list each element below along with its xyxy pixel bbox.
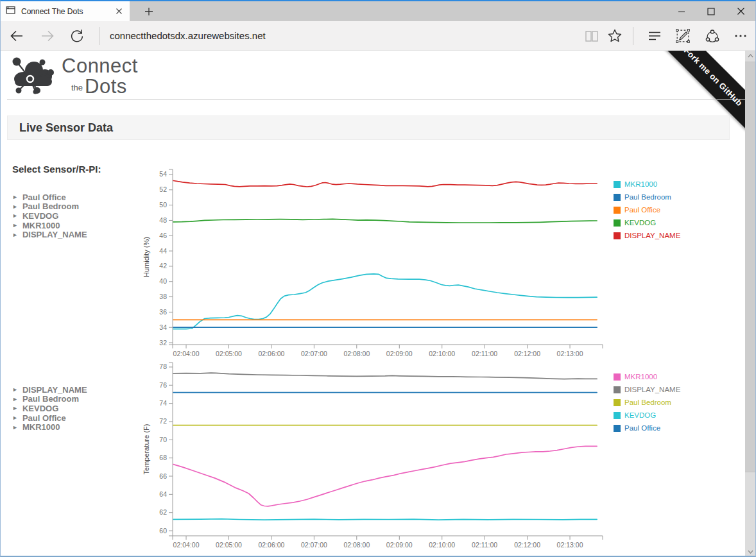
sensor-list-top: ►Paul Office►Paul Bedroom►KEVDOG►MKR1000… bbox=[12, 193, 87, 239]
browser-window: Connect The Dots bbox=[0, 0, 756, 557]
minimize-icon[interactable] bbox=[667, 1, 696, 21]
svg-text:02:10:00: 02:10:00 bbox=[429, 541, 455, 549]
sensor-item[interactable]: ►DISPLAY_NAME bbox=[12, 385, 87, 395]
humidity-chart: 32343638404244464850525402:04:0002:05:00… bbox=[141, 164, 615, 358]
web-note-pencil-icon[interactable] bbox=[674, 28, 691, 44]
sensor-item[interactable]: ►Paul Office bbox=[12, 413, 87, 423]
svg-text:54: 54 bbox=[159, 170, 167, 178]
svg-text:74: 74 bbox=[159, 399, 167, 407]
share-icon[interactable] bbox=[704, 28, 721, 44]
svg-text:66: 66 bbox=[159, 472, 167, 480]
close-tab-icon[interactable] bbox=[113, 6, 125, 17]
svg-text:Temperature (F): Temperature (F) bbox=[142, 424, 150, 475]
legend-item: KEVDOG bbox=[614, 409, 680, 422]
svg-text:02:09:00: 02:09:00 bbox=[386, 541, 413, 549]
more-ellipsis-icon[interactable] bbox=[732, 28, 749, 44]
svg-text:02:12:00: 02:12:00 bbox=[514, 541, 540, 549]
legend-swatch bbox=[614, 194, 621, 201]
svg-text:40: 40 bbox=[159, 277, 167, 285]
legend-swatch bbox=[614, 181, 621, 188]
favorites-star-icon[interactable] bbox=[606, 28, 623, 44]
svg-text:02:06:00: 02:06:00 bbox=[258, 541, 284, 549]
legend-item: MKR1000 bbox=[614, 370, 680, 383]
svg-text:50: 50 bbox=[159, 201, 167, 209]
legend-label: Paul Office bbox=[624, 206, 660, 214]
svg-text:52: 52 bbox=[159, 185, 167, 193]
svg-text:02:07:00: 02:07:00 bbox=[301, 541, 327, 549]
sensor-item-label: KEVDOG bbox=[22, 211, 58, 221]
expand-arrow-icon[interactable]: ► bbox=[12, 405, 18, 411]
legend-swatch bbox=[614, 219, 621, 227]
svg-text:76: 76 bbox=[159, 381, 167, 389]
back-icon[interactable] bbox=[8, 28, 25, 44]
svg-text:38: 38 bbox=[159, 293, 167, 300]
expand-arrow-icon[interactable]: ► bbox=[12, 386, 18, 393]
cloud-network-logo-icon bbox=[8, 53, 62, 98]
expand-arrow-icon[interactable]: ► bbox=[12, 232, 18, 238]
sensor-list-bottom: ►DISPLAY_NAME►Paul Bedroom►KEVDOG►Paul O… bbox=[12, 385, 87, 432]
sensor-item[interactable]: ►Paul Bedroom bbox=[12, 395, 87, 404]
expand-arrow-icon[interactable]: ► bbox=[12, 194, 18, 200]
tab-bar: Connect The Dots bbox=[1, 1, 755, 21]
legend-label: KEVDOG bbox=[624, 219, 656, 227]
svg-text:02:05:00: 02:05:00 bbox=[216, 350, 242, 357]
sensor-item[interactable]: ►Paul Office bbox=[12, 193, 87, 202]
legend-label: Paul Office bbox=[624, 424, 660, 432]
legend-swatch bbox=[614, 399, 621, 406]
new-tab-button[interactable] bbox=[138, 1, 160, 21]
logo-text-the: the bbox=[71, 83, 83, 92]
refresh-icon[interactable] bbox=[69, 28, 85, 44]
svg-text:02:08:00: 02:08:00 bbox=[343, 541, 370, 549]
sensor-item-label: Paul Bedroom bbox=[22, 201, 79, 211]
sensor-item[interactable]: ►DISPLAY_NAME bbox=[12, 230, 87, 239]
svg-text:32: 32 bbox=[159, 339, 167, 347]
page-title: Live Sensor Data bbox=[19, 121, 729, 135]
tab-title: Connect The Dots bbox=[21, 7, 113, 16]
sensor-item[interactable]: ►MKR1000 bbox=[12, 221, 87, 230]
svg-text:Humidity (%): Humidity (%) bbox=[142, 237, 150, 277]
scroll-up-icon[interactable] bbox=[745, 51, 755, 61]
legend-label: DISPLAY_NAME bbox=[624, 386, 680, 393]
page-scrollbar[interactable] bbox=[745, 51, 755, 557]
sensor-item[interactable]: ►KEVDOG bbox=[12, 211, 87, 221]
address-bar[interactable]: connectthedotsdx.azurewebsites.net bbox=[110, 21, 266, 51]
close-window-icon[interactable] bbox=[726, 1, 755, 21]
page-content: Connect the Dots Fork me on GitHub Live … bbox=[1, 51, 745, 557]
legend-item: DISPLAY_NAME bbox=[614, 383, 680, 396]
reading-view-icon[interactable] bbox=[583, 28, 600, 44]
expand-arrow-icon[interactable]: ► bbox=[12, 203, 18, 210]
expand-arrow-icon[interactable]: ► bbox=[12, 212, 18, 219]
scroll-down-icon[interactable] bbox=[745, 547, 755, 557]
sensor-item[interactable]: ►KEVDOG bbox=[12, 404, 87, 413]
expand-arrow-icon[interactable]: ► bbox=[12, 396, 18, 402]
sensor-item-label: MKR1000 bbox=[22, 221, 60, 230]
svg-text:48: 48 bbox=[159, 216, 167, 224]
scrollbar-thumb[interactable] bbox=[745, 62, 755, 472]
sensor-item[interactable]: ►MKR1000 bbox=[12, 422, 87, 432]
legend-item: Paul Office bbox=[614, 422, 680, 434]
expand-arrow-icon[interactable]: ► bbox=[12, 222, 18, 228]
forward-icon[interactable] bbox=[39, 28, 56, 44]
expand-arrow-icon[interactable]: ► bbox=[12, 415, 18, 421]
expand-arrow-icon[interactable]: ► bbox=[12, 424, 18, 431]
svg-text:02:11:00: 02:11:00 bbox=[472, 541, 497, 549]
svg-text:78: 78 bbox=[159, 363, 167, 370]
window-controls bbox=[667, 1, 755, 21]
maximize-icon[interactable] bbox=[696, 1, 726, 21]
svg-text:34: 34 bbox=[159, 323, 167, 331]
sensor-item-label: DISPLAY_NAME bbox=[22, 385, 87, 395]
svg-text:68: 68 bbox=[159, 454, 167, 461]
legend-item: DISPLAY_NAME bbox=[614, 229, 680, 242]
svg-text:02:07:00: 02:07:00 bbox=[301, 350, 327, 357]
sensor-item[interactable]: ►Paul Bedroom bbox=[12, 202, 87, 212]
toolbar-separator bbox=[99, 27, 99, 45]
humidity-legend: MKR1000Paul BedroomPaul OfficeKEVDOGDISP… bbox=[614, 178, 680, 242]
hub-icon[interactable] bbox=[646, 28, 663, 44]
live-sensor-data-heading-bar: Live Sensor Data bbox=[7, 116, 730, 140]
legend-label: DISPLAY_NAME bbox=[624, 232, 680, 239]
connect-the-dots-logo[interactable]: Connect the Dots bbox=[1, 51, 168, 99]
tab-connect-the-dots[interactable]: Connect The Dots bbox=[1, 1, 130, 21]
sensor-item-label: Paul Bedroom bbox=[22, 394, 79, 404]
legend-item: KEVDOG bbox=[614, 216, 680, 229]
svg-text:42: 42 bbox=[159, 262, 167, 270]
